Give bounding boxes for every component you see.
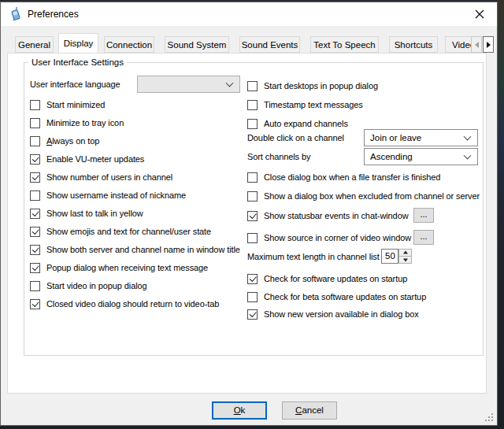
checkbox-icon — [247, 309, 258, 320]
spin-down-button[interactable] — [398, 256, 412, 264]
resize-grip[interactable] — [485, 413, 495, 423]
checkbox-close-file-transfer[interactable]: Close dialog box when a file transfer is… — [247, 171, 440, 183]
checkbox-desktops-popup[interactable]: Start desktops in popup dialog — [247, 80, 378, 92]
display-tab-page: User Interface Settings User interface l… — [7, 53, 487, 394]
video-source-more-button[interactable]: ... — [413, 230, 434, 245]
checkbox-video-source-corner[interactable]: Show source in corner of video window — [247, 231, 411, 244]
checkbox-icon — [30, 227, 40, 237]
sort-channels-label: Sort channels by — [247, 152, 310, 161]
checkbox-video-popup[interactable]: Start video in popup dialog — [30, 279, 147, 292]
cancel-button[interactable]: Cancel — [282, 401, 337, 420]
checkbox-excluded-dialog[interactable]: Show a dialog box when excluded from cha… — [247, 190, 480, 202]
max-text-length-label: Maximum text length in channel list — [247, 252, 380, 261]
checkbox-icon — [30, 245, 40, 255]
max-text-length-stepper — [398, 249, 412, 264]
tab-sound-system[interactable]: Sound System — [165, 36, 229, 53]
checkbox-server-channel-title[interactable]: Show both server and channel name in win… — [30, 243, 240, 256]
titlebar[interactable]: Preferences — [1, 2, 497, 26]
checkbox-icon — [247, 172, 258, 183]
checkbox-user-count[interactable]: Show number of users in channel — [30, 171, 172, 183]
checkbox-username-instead[interactable]: Show username instead of nickname — [30, 189, 186, 202]
checkbox-minimize-to-tray[interactable]: Minimize to tray icon — [30, 116, 124, 129]
checkbox-vu-meter[interactable]: Enable VU-meter updates — [30, 153, 144, 165]
checkbox-always-on-top[interactable]: Always on top — [30, 135, 99, 147]
statusbar-events-more-button[interactable]: ... — [413, 208, 434, 223]
checkbox-icon — [30, 299, 40, 309]
checkbox-icon — [247, 191, 258, 202]
checkbox-icon — [30, 172, 40, 183]
tab-shortcuts[interactable]: Shortcuts — [389, 36, 438, 53]
max-text-length-input[interactable]: 50 — [381, 249, 398, 264]
checkbox-auto-expand[interactable]: Auto expand channels — [247, 117, 348, 130]
group-title: User Interface Settings — [28, 57, 127, 67]
checkbox-popup-text-message[interactable]: Popup dialog when receiving text message — [30, 261, 208, 274]
checkbox-icon — [247, 100, 258, 110]
checkbox-check-updates[interactable]: Check for software updates on startup — [247, 272, 407, 285]
checkbox-icon — [247, 211, 258, 221]
checkbox-icon — [30, 263, 40, 273]
checkbox-icon — [30, 190, 40, 201]
checkbox-statusbar-events[interactable]: Show statusbar events in chat-window — [247, 209, 409, 222]
checkbox-icon — [247, 233, 258, 243]
checkbox-last-talk-yellow[interactable]: Show last to talk in yellow — [30, 207, 143, 220]
checkbox-icon — [247, 274, 258, 284]
tab-text-to-speech[interactable]: Text To Speech — [310, 36, 379, 53]
checkbox-icon — [247, 119, 258, 129]
checkbox-icon — [30, 154, 40, 165]
checkbox-icon — [247, 292, 258, 302]
checkbox-new-version-dialog[interactable]: Show new version available in dialog box — [247, 308, 419, 320]
checkbox-icon — [30, 209, 40, 219]
sort-channels-value: Ascending — [370, 152, 413, 161]
close-button[interactable] — [461, 2, 497, 26]
double-click-combobox[interactable]: Join or leave — [364, 129, 478, 146]
app-logo-icon — [9, 7, 22, 21]
checkbox-timestamp[interactable]: Timestamp text messages — [247, 98, 363, 111]
language-label: User interface language — [30, 80, 120, 89]
tab-connection[interactable]: Connection — [104, 36, 154, 53]
grip-dots-icon — [485, 420, 487, 421]
checkbox-icon — [30, 100, 40, 110]
checkbox-icon — [30, 136, 40, 146]
arrow-left-icon — [475, 42, 479, 48]
tab-scroll-left-button[interactable] — [471, 36, 482, 53]
arrow-right-icon — [487, 42, 491, 48]
language-combobox[interactable] — [137, 76, 240, 93]
tab-display[interactable]: Display — [58, 33, 98, 53]
tab-scroll-right-button[interactable] — [483, 36, 494, 53]
tab-general[interactable]: General — [15, 36, 54, 53]
sort-channels-combobox[interactable]: Ascending — [364, 148, 478, 165]
preferences-dialog: Preferences General Display Connection S… — [0, 2, 498, 426]
tab-sound-events[interactable]: Sound Events — [239, 36, 300, 53]
checkbox-check-beta-updates[interactable]: Check for beta software updates on start… — [247, 290, 426, 303]
double-click-value: Join or leave — [370, 133, 421, 142]
checkbox-start-minimized[interactable]: Start minimized — [30, 98, 105, 111]
close-icon — [475, 9, 484, 19]
checkbox-icon — [247, 81, 258, 91]
checkbox-icon — [30, 281, 40, 291]
checkbox-emojis-state[interactable]: Show emojis and text for channel/user st… — [30, 225, 211, 238]
window-title: Preferences — [28, 9, 79, 20]
checkbox-closed-video-return[interactable]: Closed video dialog should return to vid… — [30, 298, 219, 310]
double-click-label: Double click on a channel — [247, 133, 344, 142]
checkbox-icon — [30, 118, 40, 128]
ok-button[interactable]: Ok — [212, 401, 267, 420]
